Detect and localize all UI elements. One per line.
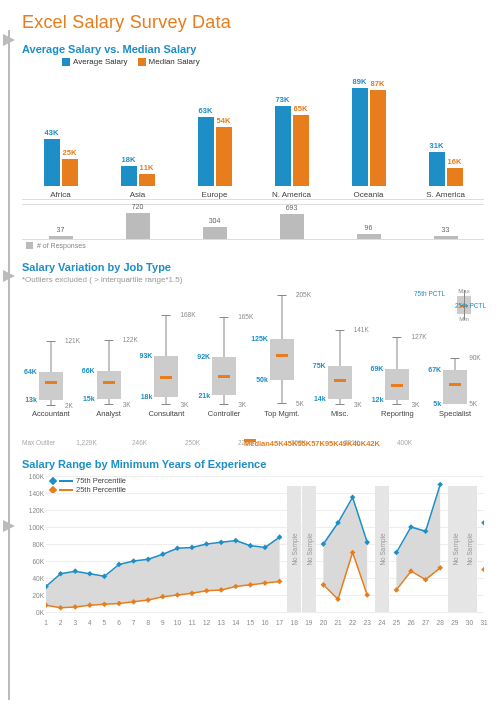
- x-tick: 31: [480, 619, 487, 626]
- chart1-responses: 377203046939633: [22, 204, 484, 240]
- x-tick: 5: [103, 619, 107, 626]
- category-label: Accountant: [32, 409, 70, 418]
- row-header: Median: [244, 439, 270, 442]
- y-tick: 100K: [22, 524, 44, 531]
- square-icon: [26, 242, 33, 249]
- bar-group: 31K 16K S. America: [407, 70, 484, 199]
- x-tick: 13: [218, 619, 225, 626]
- x-tick: 9: [161, 619, 165, 626]
- category-label: Consultant: [148, 409, 184, 418]
- category-label: Analyst: [96, 409, 121, 418]
- vertical-rule: [8, 30, 10, 700]
- y-tick: 160K: [22, 473, 44, 480]
- category-label: Africa: [50, 190, 70, 199]
- x-tick: 7: [132, 619, 136, 626]
- x-tick: 15: [247, 619, 254, 626]
- median-cell: 45K: [270, 439, 284, 442]
- square-icon: [138, 58, 146, 66]
- x-tick: 30: [466, 619, 473, 626]
- x-tick: 4: [88, 619, 92, 626]
- category-label: Oceania: [354, 190, 384, 199]
- x-tick: 25: [393, 619, 400, 626]
- x-tick: 12: [203, 619, 210, 626]
- x-tick: 3: [73, 619, 77, 626]
- box-plot: 92K 21k 165K 3K Controller: [195, 288, 253, 418]
- outlier-cell: [431, 439, 484, 446]
- legend-label: # of Responses: [37, 242, 86, 249]
- response-bar: 693: [253, 205, 330, 239]
- median-cell: 42K: [366, 439, 380, 442]
- no-sample-band: No Sample: [287, 486, 302, 612]
- x-tick: 6: [117, 619, 121, 626]
- response-bar: 720: [99, 205, 176, 239]
- x-tick: 2: [59, 619, 63, 626]
- x-tick: 28: [437, 619, 444, 626]
- box-plot: 67K 5k 90K 5K Specialist: [426, 288, 484, 418]
- bar-avg: 63K: [198, 117, 214, 186]
- bar-group: 18K 11K Asia: [99, 70, 176, 199]
- category-label: Specialist: [439, 409, 471, 418]
- x-tick: 17: [276, 619, 283, 626]
- bar-group: 73K 65K N. America: [253, 70, 330, 199]
- bar-group: 43K 25K Africa: [22, 70, 99, 199]
- response-bar: 33: [407, 205, 484, 239]
- page-title: Excel Salary Survey Data: [22, 12, 484, 33]
- x-tick: 19: [305, 619, 312, 626]
- bar-med: 65K: [293, 115, 309, 187]
- square-icon: [62, 58, 70, 66]
- x-tick: 10: [174, 619, 181, 626]
- bar-med: 54K: [216, 127, 232, 186]
- section3-title: Salary Range by Minimum Years of Experie…: [22, 458, 484, 470]
- category-label: Europe: [202, 190, 228, 199]
- median-cell: 57K: [311, 439, 325, 442]
- data-point: [481, 520, 484, 526]
- y-tick: 60K: [22, 558, 44, 565]
- x-tick: 11: [188, 619, 195, 626]
- x-tick: 16: [261, 619, 268, 626]
- no-sample-band: No Sample: [448, 486, 463, 612]
- x-tick: 1: [44, 619, 48, 626]
- category-label: Reporting: [381, 409, 414, 418]
- x-tick: 14: [232, 619, 239, 626]
- box-plot: 69K 12k 127K 3K Reporting: [369, 288, 427, 418]
- bar-med: 25K: [62, 159, 78, 187]
- box-plot: 93K 18k 168K 3K Consultant: [138, 288, 196, 418]
- box-plot: 125K 50k 205K 5K Top Mgmt.: [253, 288, 311, 418]
- section1-title: Average Salary vs. Median Salary: [22, 43, 484, 55]
- median-cell: 95K: [325, 439, 339, 442]
- y-tick: 0K: [22, 609, 44, 616]
- arrow-icon: [3, 34, 15, 46]
- chart1-bars: 43K 25K Africa 18K 11K Asia 63K 54K Euro…: [22, 70, 484, 200]
- box-plot: 64K 13k 121K 2K Accountant: [22, 288, 80, 418]
- arrow-icon: [3, 270, 15, 282]
- median-cell: 49K: [339, 439, 353, 442]
- x-tick: 29: [451, 619, 458, 626]
- category-label: Asia: [130, 190, 146, 199]
- y-tick: 20K: [22, 592, 44, 599]
- bar-group: 63K 54K Europe: [176, 70, 253, 199]
- category-label: Top Mgmt.: [264, 409, 299, 418]
- response-bar: 37: [22, 205, 99, 239]
- responses-legend: # of Responses: [26, 242, 484, 249]
- bar-avg: 43K: [44, 139, 60, 186]
- outlier-cell: 246K: [113, 439, 166, 446]
- chart3-line: 75th Percentile 25th Percentile 0K20K40K…: [22, 476, 484, 626]
- median-cell: 55K: [297, 439, 311, 442]
- x-tick: 26: [407, 619, 414, 626]
- median-cell: 45K: [284, 439, 298, 442]
- outlier-cell: 400K: [378, 439, 431, 446]
- section2-title: Salary Variation by Job Type: [22, 261, 484, 273]
- median-row: Median 45K45K55K57K95K49K40K42K: [244, 439, 256, 442]
- no-sample-band: No Sample: [462, 486, 477, 612]
- category-label: Misc.: [331, 409, 349, 418]
- bar-avg: 89K: [352, 88, 368, 186]
- outlier-cell: 1,229K: [60, 439, 113, 446]
- category-label: N. America: [272, 190, 311, 199]
- bar-avg: 18K: [121, 166, 137, 186]
- median-cell: 40K: [352, 439, 366, 442]
- data-point: [481, 567, 484, 573]
- bar-avg: 73K: [275, 106, 291, 186]
- response-bar: 304: [176, 205, 253, 239]
- x-tick: 20: [320, 619, 327, 626]
- row-header: Max Outlier: [22, 439, 60, 446]
